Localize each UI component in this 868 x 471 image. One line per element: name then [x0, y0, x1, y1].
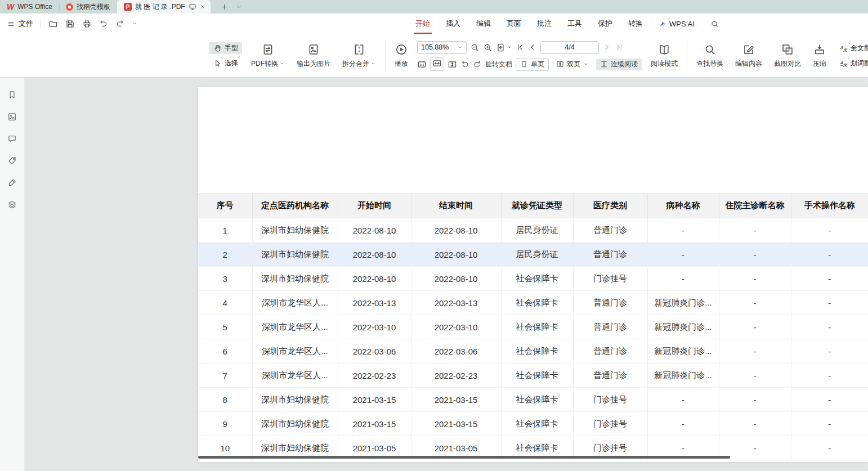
page-organize-button[interactable] [496, 43, 512, 52]
search-icon[interactable] [710, 20, 719, 28]
menu-tab-tools[interactable]: 工具 [567, 14, 582, 34]
layers-panel-icon[interactable] [7, 200, 17, 209]
fit-width-button[interactable] [430, 57, 444, 71]
file-menu-button[interactable]: 文件 [7, 19, 33, 29]
undo-icon[interactable] [99, 19, 108, 28]
table-cell: - [791, 243, 868, 267]
menu-tab-label: 开始 [415, 19, 430, 29]
redo-icon[interactable] [115, 19, 124, 28]
thumbnail-panel-icon[interactable] [7, 112, 17, 122]
new-tab-icon[interactable] [221, 3, 228, 11]
document-tab-title: 就 医 记 录 .PDF [135, 2, 185, 12]
menu-tab-label: 转换 [628, 19, 643, 29]
tab-wps-office[interactable]: W WPS Office [0, 0, 59, 14]
wps-ai-icon [659, 20, 667, 28]
last-page-icon[interactable] [615, 43, 624, 52]
record-table: 序号定点医药机构名称开始时间结束时间就诊凭证类型医疗类别病种名称住院主诊断名称手… [198, 193, 868, 460]
menu-tab-edit[interactable]: 编辑 [476, 14, 491, 34]
tab-wps-office-label: WPS Office [17, 3, 52, 11]
table-cell: 门诊挂号 [573, 267, 647, 291]
window-tab-bar: W WPS Office 找稻壳模板 P 就 医 记 录 .PDF [0, 0, 868, 14]
play-button[interactable]: 播放 [392, 43, 411, 69]
compress-button[interactable]: 压缩 [810, 43, 829, 69]
pen-markup-icon[interactable] [7, 178, 17, 187]
screenshot-compare-icon [781, 43, 794, 56]
column-header: 医疗类别 [573, 194, 647, 218]
screenshot-compare-button[interactable]: 截图对比 [771, 43, 804, 69]
table-cell: 4 [198, 291, 252, 315]
tab-docer-templates[interactable]: 找稻壳模板 [59, 0, 117, 14]
print-icon[interactable] [82, 19, 92, 29]
table-cell: 2022-03-13 [338, 291, 411, 315]
select-tool-button[interactable]: 选择 [209, 57, 242, 69]
hand-tool-button[interactable]: 手型 [209, 42, 242, 54]
table-cell: 门诊挂号 [573, 412, 647, 436]
rotate-doc-label[interactable]: 旋转文档 [485, 60, 512, 69]
zoom-select[interactable]: 105.88% [417, 41, 467, 54]
close-tab-icon[interactable] [200, 4, 205, 10]
double-page-button[interactable]: 双页 [552, 59, 593, 70]
first-page-icon[interactable] [516, 43, 525, 52]
fit-page-icon[interactable] [448, 60, 457, 69]
word-translate-button[interactable]: A文 划词翻译 [835, 57, 868, 69]
undo-history-chevron-icon[interactable] [132, 21, 137, 26]
table-cell: - [647, 218, 719, 243]
table-row: 6深圳市龙华区人...2022-03-062022-03-06社会保障卡普通门诊… [198, 339, 868, 364]
rotate-left-icon[interactable] [460, 60, 469, 69]
menu-tab-page[interactable]: 页面 [507, 14, 521, 34]
bookmark-panel-icon[interactable] [7, 90, 17, 100]
export-image-button[interactable]: 输出为图片 [294, 43, 333, 69]
tab-list-chevron-icon[interactable] [236, 4, 242, 10]
single-page-icon [520, 60, 528, 68]
next-page-icon[interactable] [602, 43, 611, 52]
save-icon[interactable] [65, 19, 75, 29]
menu-bar: 文件 开始 插入 编辑 页面 批注 工具 保护 转换 WPS AI [0, 14, 868, 34]
table-cell: 社会保障卡 [501, 267, 573, 291]
full-translate-button[interactable]: A文 全文翻译 [835, 42, 868, 54]
edit-content-button[interactable]: 编辑内容 [732, 43, 765, 69]
menu-tab-convert[interactable]: 转换 [628, 14, 643, 34]
table-row: 3深圳市妇幼保健院2022-08-102022-08-10社会保障卡门诊挂号--… [198, 267, 868, 291]
actual-size-icon[interactable]: 1:1 [417, 60, 427, 69]
chevron-down-icon [279, 61, 285, 66]
table-cell: 2022-02-23 [338, 364, 411, 388]
table-cell: - [719, 267, 791, 291]
table-cell: 社会保障卡 [501, 412, 573, 436]
tab-document[interactable]: P 就 医 记 录 .PDF [117, 0, 211, 14]
find-replace-button[interactable]: 查找替换 [693, 43, 726, 69]
menu-tab-comment[interactable]: 批注 [537, 14, 552, 34]
comment-panel-icon[interactable] [7, 134, 17, 143]
single-page-label: 单页 [531, 60, 544, 69]
split-merge-button[interactable]: 拆分合并 [339, 43, 379, 69]
rotate-right-icon[interactable] [473, 60, 482, 69]
pdf-convert-button[interactable]: PDF转换 [248, 43, 288, 69]
menu-wps-ai[interactable]: WPS AI [659, 14, 695, 34]
menu-tab-home[interactable]: 开始 [415, 14, 430, 34]
read-mode-button[interactable]: 阅读模式 [648, 43, 681, 69]
table-cell: - [647, 267, 719, 291]
table-cell: 普通门诊 [573, 243, 647, 267]
separator [687, 39, 687, 72]
previous-page-icon[interactable] [528, 43, 537, 52]
annotation-tag-icon[interactable] [7, 156, 17, 165]
single-page-button[interactable]: 单页 [516, 58, 549, 71]
table-cell: - [647, 243, 719, 267]
open-file-icon[interactable] [48, 19, 58, 29]
zoom-out-icon[interactable] [470, 43, 480, 52]
svg-text:文: 文 [843, 63, 848, 68]
table-cell: 普通门诊 [573, 339, 647, 364]
table-cell: 2022-03-10 [411, 315, 501, 339]
select-tool-label: 选择 [225, 59, 238, 68]
table-cell: 普通门诊 [573, 315, 647, 339]
continuous-read-button[interactable]: 连续阅读 [596, 59, 642, 70]
page-number-box[interactable]: 4/4 [540, 41, 599, 54]
menu-tab-insert[interactable]: 插入 [446, 14, 460, 34]
find-replace-label: 查找替换 [696, 59, 723, 69]
export-image-icon [307, 43, 320, 56]
horizontal-scrollbar[interactable] [198, 456, 730, 459]
zoom-in-icon[interactable] [483, 43, 493, 52]
menu-tab-protect[interactable]: 保护 [598, 14, 612, 34]
table-cell: - [719, 315, 791, 339]
word-translate-icon: A文 [839, 59, 848, 68]
pointer-mode-group: 手型 选择 [209, 42, 242, 69]
